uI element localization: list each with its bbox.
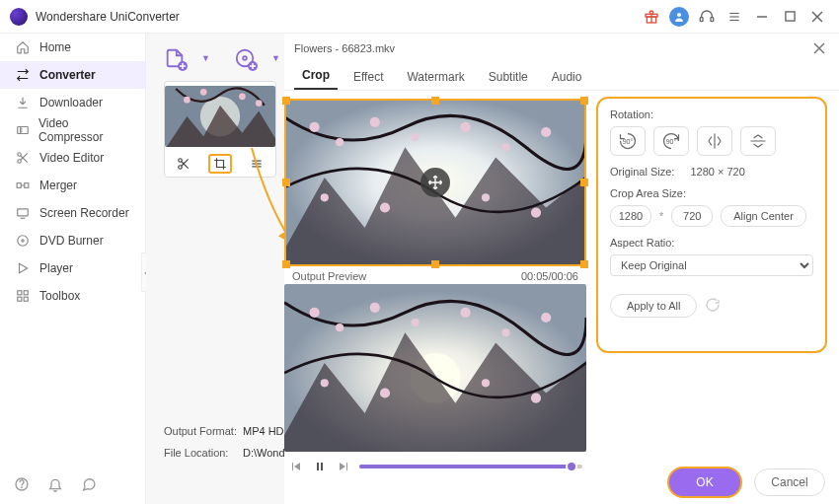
dialog-footer: OK Cancel — [669, 468, 825, 496]
svg-point-65 — [541, 313, 551, 323]
tab-effect[interactable]: Effect — [345, 70, 391, 90]
chevron-down-icon[interactable]: ▼ — [201, 53, 210, 63]
sidebar-item-toolbox[interactable]: Toolbox — [0, 282, 145, 310]
sidebar-item-converter[interactable]: Converter — [0, 61, 145, 89]
download-icon — [14, 96, 32, 109]
rotation-label: Rotation: — [610, 108, 813, 120]
tab-subtitle[interactable]: Subtitle — [481, 70, 536, 90]
sidebar-item-label: DVD Burner — [39, 234, 104, 248]
svg-point-63 — [461, 308, 471, 318]
tab-watermark[interactable]: Watermark — [399, 70, 472, 90]
svg-point-66 — [321, 379, 329, 387]
file-card[interactable] — [164, 81, 276, 178]
svg-rect-12 — [17, 127, 28, 134]
align-center-button[interactable]: Align Center — [721, 205, 806, 227]
svg-rect-23 — [18, 297, 22, 301]
more-icon[interactable] — [245, 154, 268, 174]
crop-height-input[interactable] — [671, 205, 713, 227]
flip-horizontal-button[interactable] — [697, 126, 732, 156]
sidebar-item-label: Video Compressor — [38, 116, 131, 144]
sidebar-item-label: Converter — [39, 68, 96, 82]
account-icon[interactable] — [667, 5, 691, 29]
player-controls — [284, 452, 586, 481]
crop-icon[interactable] — [208, 154, 232, 174]
next-frame-icon[interactable] — [336, 461, 351, 472]
disc-icon — [14, 234, 32, 248]
sidebar-item-label: Player — [39, 261, 73, 275]
svg-rect-9 — [785, 12, 794, 21]
svg-marker-20 — [20, 263, 28, 272]
add-file-icon[interactable] — [164, 47, 186, 69]
prev-frame-icon[interactable] — [288, 461, 304, 472]
cancel-button[interactable]: Cancel — [754, 468, 825, 496]
aspect-ratio-select[interactable]: Keep Original — [610, 254, 813, 276]
window-minimize[interactable] — [750, 5, 774, 29]
svg-rect-24 — [24, 297, 28, 301]
timeline[interactable] — [359, 465, 582, 468]
svg-point-34 — [200, 89, 207, 96]
move-icon[interactable] — [420, 168, 450, 197]
svg-rect-4 — [711, 17, 714, 21]
flip-vertical-button[interactable] — [740, 126, 776, 156]
svg-point-35 — [239, 93, 246, 100]
output-fields: Output Format: MP4 HD 720P File Location… — [164, 415, 297, 459]
support-icon[interactable] — [695, 5, 719, 29]
sidebar-item-dvd[interactable]: DVD Burner — [0, 227, 145, 254]
file-tools — [165, 151, 275, 177]
sidebar-item-merger[interactable]: Merger — [0, 172, 145, 199]
sidebar-item-compressor[interactable]: Video Compressor — [0, 116, 145, 144]
add-folder-icon[interactable] — [234, 47, 256, 69]
app-title: Wondershare UniConverter — [36, 10, 180, 24]
home-icon — [14, 40, 32, 54]
sidebar-item-downloader[interactable]: Downloader — [0, 89, 145, 116]
svg-point-59 — [310, 308, 320, 318]
menu-icon[interactable] — [723, 5, 746, 29]
apply-to-all-button[interactable]: Apply to All — [610, 294, 697, 318]
window-close[interactable] — [805, 5, 829, 29]
sidebar-item-label: Toolbox — [39, 289, 80, 303]
original-size-label: Original Size: — [610, 166, 674, 178]
app-logo — [10, 8, 28, 26]
svg-rect-71 — [292, 463, 293, 470]
sidebar-item-player[interactable]: Player — [0, 254, 145, 282]
crop-preview[interactable] — [284, 99, 586, 266]
svg-rect-75 — [346, 463, 347, 470]
ok-button[interactable]: OK — [669, 468, 740, 496]
svg-point-64 — [501, 328, 509, 336]
tab-crop[interactable]: Crop — [294, 68, 338, 90]
rotate-left-button[interactable]: 90° — [610, 126, 646, 156]
close-icon[interactable] — [809, 38, 829, 58]
svg-point-29 — [243, 56, 247, 60]
svg-point-60 — [336, 324, 343, 331]
svg-rect-73 — [321, 463, 323, 470]
trim-icon[interactable] — [172, 154, 195, 174]
chevron-down-icon[interactable]: ▼ — [271, 53, 280, 63]
gift-icon[interactable] — [640, 5, 663, 29]
help-icon[interactable] — [14, 476, 32, 494]
sidebar-item-home[interactable]: Home — [0, 34, 145, 61]
svg-marker-70 — [294, 463, 300, 470]
sidebar-item-recorder[interactable]: Screen Recorder — [0, 199, 145, 227]
svg-point-26 — [22, 487, 23, 488]
feedback-icon[interactable] — [81, 476, 99, 494]
crop-width-input[interactable] — [610, 205, 651, 227]
bell-icon[interactable] — [47, 476, 65, 494]
editor-header: Flowers - 66823.mkv — [284, 34, 839, 63]
tab-audio[interactable]: Audio — [544, 70, 590, 90]
svg-marker-74 — [340, 463, 345, 470]
pause-icon[interactable] — [312, 461, 328, 472]
svg-rect-15 — [17, 183, 21, 188]
window-maximize[interactable] — [778, 5, 801, 29]
svg-point-36 — [256, 100, 263, 107]
svg-point-69 — [531, 394, 541, 403]
reset-icon[interactable] — [705, 297, 723, 315]
sidebar-item-label: Downloader — [39, 96, 103, 109]
output-preview — [284, 284, 586, 452]
original-size-value: 1280 × 720 — [690, 166, 744, 178]
video-frame-bottom — [284, 284, 586, 452]
aspect-ratio-label: Aspect Ratio: — [610, 237, 813, 249]
rotate-right-button[interactable]: 90° — [653, 126, 689, 156]
titlebar: Wondershare UniConverter — [0, 0, 839, 34]
svg-rect-16 — [25, 183, 29, 188]
sidebar-item-editor[interactable]: Video Editor — [0, 144, 145, 172]
